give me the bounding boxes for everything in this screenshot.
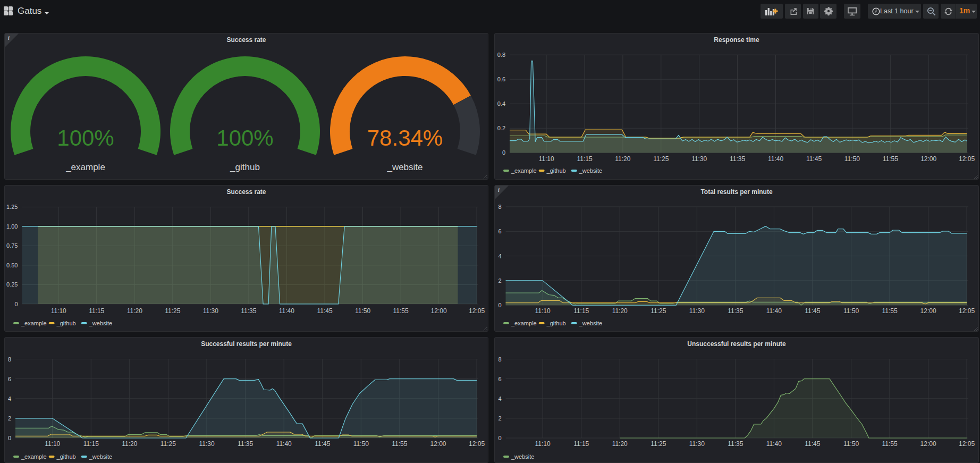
svg-text:11:20: 11:20 bbox=[612, 440, 628, 448]
svg-text:4: 4 bbox=[498, 395, 501, 402]
svg-text:_example: _example bbox=[511, 320, 537, 326]
svg-text:11:40: 11:40 bbox=[768, 155, 783, 163]
svg-text:0: 0 bbox=[502, 149, 505, 156]
svg-text:11:40: 11:40 bbox=[276, 440, 292, 448]
svg-text:100%: 100% bbox=[216, 125, 273, 150]
svg-text:6: 6 bbox=[498, 228, 501, 234]
svg-text:6: 6 bbox=[8, 376, 11, 382]
svg-text:12:05: 12:05 bbox=[959, 155, 975, 163]
svg-text:0: 0 bbox=[14, 301, 18, 307]
svg-text:12:05: 12:05 bbox=[469, 440, 485, 448]
svg-text:_example: _example bbox=[21, 320, 47, 326]
svg-text:i: i bbox=[8, 35, 10, 41]
svg-text:11:35: 11:35 bbox=[728, 440, 743, 448]
svg-text:11:35: 11:35 bbox=[730, 155, 745, 163]
svg-text:11:45: 11:45 bbox=[317, 307, 332, 315]
svg-text:8: 8 bbox=[498, 356, 501, 363]
svg-text:8: 8 bbox=[498, 204, 501, 210]
svg-text:0: 0 bbox=[498, 302, 501, 308]
svg-text:11:10: 11:10 bbox=[45, 440, 60, 448]
svg-text:11:15: 11:15 bbox=[577, 155, 592, 163]
svg-text:11:45: 11:45 bbox=[315, 440, 330, 448]
svg-text:0.8: 0.8 bbox=[497, 52, 505, 58]
svg-text:100%: 100% bbox=[57, 125, 114, 150]
svg-text:11:30: 11:30 bbox=[689, 440, 705, 448]
svg-text:11:25: 11:25 bbox=[653, 155, 669, 163]
svg-text:12:00: 12:00 bbox=[920, 155, 936, 163]
svg-text:0: 0 bbox=[8, 435, 11, 441]
svg-text:11:45: 11:45 bbox=[805, 307, 820, 315]
svg-text:1.25: 1.25 bbox=[6, 204, 18, 210]
svg-text:11:25: 11:25 bbox=[650, 440, 666, 448]
svg-text:0.6: 0.6 bbox=[497, 76, 505, 82]
svg-text:6: 6 bbox=[498, 376, 501, 382]
svg-text:11:30: 11:30 bbox=[691, 155, 707, 163]
svg-text:11:50: 11:50 bbox=[355, 307, 370, 315]
svg-text:11:50: 11:50 bbox=[844, 155, 860, 163]
svg-text:11:10: 11:10 bbox=[51, 307, 66, 315]
svg-text:0.75: 0.75 bbox=[6, 242, 18, 249]
svg-text:_github: _github bbox=[230, 162, 260, 172]
svg-text:2: 2 bbox=[498, 415, 501, 422]
svg-text:0.4: 0.4 bbox=[497, 100, 505, 107]
svg-text:11:50: 11:50 bbox=[843, 440, 859, 448]
svg-text:11:15: 11:15 bbox=[573, 307, 589, 315]
svg-text:11:20: 11:20 bbox=[127, 307, 142, 315]
svg-text:11:30: 11:30 bbox=[689, 307, 705, 315]
svg-text:0: 0 bbox=[498, 435, 501, 441]
svg-text:11:50: 11:50 bbox=[353, 440, 369, 448]
svg-text:4: 4 bbox=[8, 395, 11, 402]
svg-text:11:20: 11:20 bbox=[615, 155, 630, 163]
svg-text:11:55: 11:55 bbox=[392, 440, 407, 448]
svg-text:_github: _github bbox=[56, 453, 76, 460]
svg-text:2: 2 bbox=[498, 277, 501, 284]
svg-text:_github: _github bbox=[56, 320, 76, 326]
svg-text:11:55: 11:55 bbox=[882, 440, 897, 448]
svg-text:11:30: 11:30 bbox=[199, 440, 214, 448]
svg-text:_github: _github bbox=[546, 167, 566, 174]
svg-text:_example: _example bbox=[65, 162, 105, 172]
svg-text:11:55: 11:55 bbox=[883, 155, 898, 163]
svg-text:11:55: 11:55 bbox=[882, 307, 897, 315]
svg-text:11:40: 11:40 bbox=[279, 307, 294, 315]
svg-text:_github: _github bbox=[546, 320, 566, 326]
svg-text:_website: _website bbox=[579, 320, 602, 326]
svg-text:12:05: 12:05 bbox=[959, 440, 975, 448]
svg-text:_website: _website bbox=[89, 320, 112, 326]
svg-text:11:25: 11:25 bbox=[160, 440, 176, 448]
svg-text:11:55: 11:55 bbox=[393, 307, 409, 315]
svg-text:12:00: 12:00 bbox=[920, 440, 936, 448]
svg-text:11:10: 11:10 bbox=[538, 155, 554, 163]
svg-text:_website: _website bbox=[89, 453, 112, 460]
svg-text:11:15: 11:15 bbox=[83, 440, 99, 448]
svg-text:0.2: 0.2 bbox=[497, 125, 505, 131]
svg-text:12:05: 12:05 bbox=[959, 307, 975, 315]
svg-text:i: i bbox=[498, 187, 500, 193]
svg-text:11:10: 11:10 bbox=[535, 440, 551, 448]
svg-text:11:35: 11:35 bbox=[238, 440, 253, 448]
svg-text:12:00: 12:00 bbox=[431, 307, 447, 315]
svg-text:11:10: 11:10 bbox=[535, 307, 551, 315]
svg-text:_example: _example bbox=[511, 167, 537, 174]
svg-text:12:00: 12:00 bbox=[920, 307, 936, 315]
svg-text:_example: _example bbox=[21, 453, 47, 460]
svg-text:11:45: 11:45 bbox=[806, 155, 822, 163]
svg-text:11:35: 11:35 bbox=[241, 307, 256, 315]
svg-text:11:35: 11:35 bbox=[728, 307, 743, 315]
svg-text:11:25: 11:25 bbox=[165, 307, 180, 315]
svg-text:0.50: 0.50 bbox=[6, 262, 18, 268]
svg-text:11:20: 11:20 bbox=[612, 307, 628, 315]
svg-text:11:15: 11:15 bbox=[89, 307, 104, 315]
svg-text:78.34%: 78.34% bbox=[367, 125, 443, 150]
svg-text:_website: _website bbox=[579, 167, 602, 174]
svg-text:1.00: 1.00 bbox=[6, 223, 18, 230]
svg-text:0.25: 0.25 bbox=[6, 281, 18, 288]
svg-text:11:50: 11:50 bbox=[843, 307, 859, 315]
svg-text:11:45: 11:45 bbox=[805, 440, 820, 448]
svg-text:11:20: 11:20 bbox=[122, 440, 137, 448]
svg-text:11:30: 11:30 bbox=[203, 307, 218, 315]
svg-text:11:25: 11:25 bbox=[650, 307, 666, 315]
svg-text:12:00: 12:00 bbox=[430, 440, 446, 448]
svg-text:11:15: 11:15 bbox=[573, 440, 589, 448]
svg-text:2: 2 bbox=[8, 415, 11, 422]
